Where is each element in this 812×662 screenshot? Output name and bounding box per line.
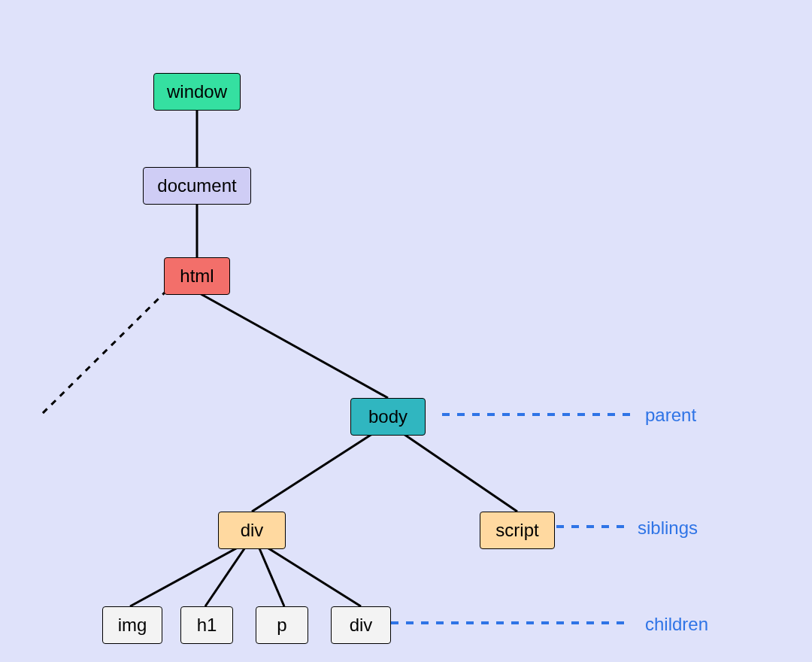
node-div-child: div [331, 606, 391, 644]
svg-line-4 [401, 433, 517, 512]
node-body: body [350, 398, 426, 436]
svg-line-6 [205, 543, 248, 606]
node-window: window [153, 73, 241, 111]
node-h1: h1 [180, 606, 233, 644]
node-script: script [480, 512, 555, 549]
svg-line-5 [130, 543, 246, 606]
svg-line-2 [197, 292, 388, 398]
svg-line-7 [257, 543, 284, 606]
annotation-children: children [645, 614, 708, 635]
annotation-siblings: siblings [638, 518, 698, 539]
svg-line-9 [41, 290, 167, 415]
annotation-parent: parent [645, 405, 696, 426]
node-document: document [143, 167, 251, 205]
dom-tree-diagram: window document html body div script img… [0, 0, 812, 662]
edges-layer [0, 0, 812, 662]
node-p: p [256, 606, 308, 644]
node-img: img [102, 606, 162, 644]
node-div: div [218, 512, 286, 549]
svg-line-3 [252, 433, 374, 512]
svg-line-8 [260, 543, 361, 606]
node-html: html [164, 257, 230, 295]
